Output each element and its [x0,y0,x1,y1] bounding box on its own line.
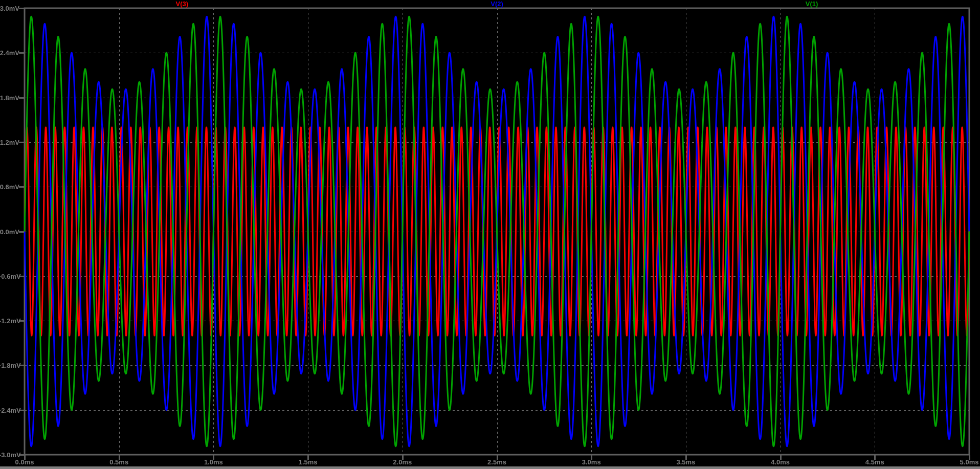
trace-label-v2[interactable]: V(2) [477,0,518,8]
x-tick-label: 5.0ms [953,458,980,466]
trace-label-v1[interactable]: V(1) [791,0,832,8]
x-tick-label: 3.0ms [575,458,608,466]
x-tick-label: 2.0ms [386,458,419,466]
y-tick-label: 3.0mV [0,5,19,12]
trace-label-v3[interactable]: V(3) [162,0,203,8]
y-tick-label: 0.6mV [0,183,19,191]
x-tick-label: 4.0ms [764,458,797,466]
x-tick-label: 0.5ms [103,458,136,466]
window-bottom-border [0,466,980,469]
waveform-viewer: V(3) V(2) V(1) 3.0mV2.4mV1.8mV1.2mV0.6mV… [0,0,980,469]
y-tick-label: -3.0mV [0,451,19,459]
y-tick-label: -1.8mV [0,362,19,369]
y-tick-label: 1.8mV [0,94,19,102]
x-tick-label: 0.0ms [8,458,41,466]
y-tick-label: 1.2mV [0,139,19,146]
y-tick-label: -1.2mV [0,317,19,325]
x-tick-label: 3.5ms [670,458,702,466]
y-tick-label: -2.4mV [0,407,19,414]
x-tick-label: 4.5ms [858,458,891,466]
x-tick-label: 1.5ms [292,458,324,466]
waveform-plot-canvas[interactable] [0,0,980,466]
y-tick-label: -0.6mV [0,273,19,280]
x-tick-label: 1.0ms [197,458,230,466]
y-tick-label: 0.0mV [0,228,19,236]
x-tick-label: 2.5ms [481,458,514,466]
y-tick-label: 2.4mV [0,49,19,57]
